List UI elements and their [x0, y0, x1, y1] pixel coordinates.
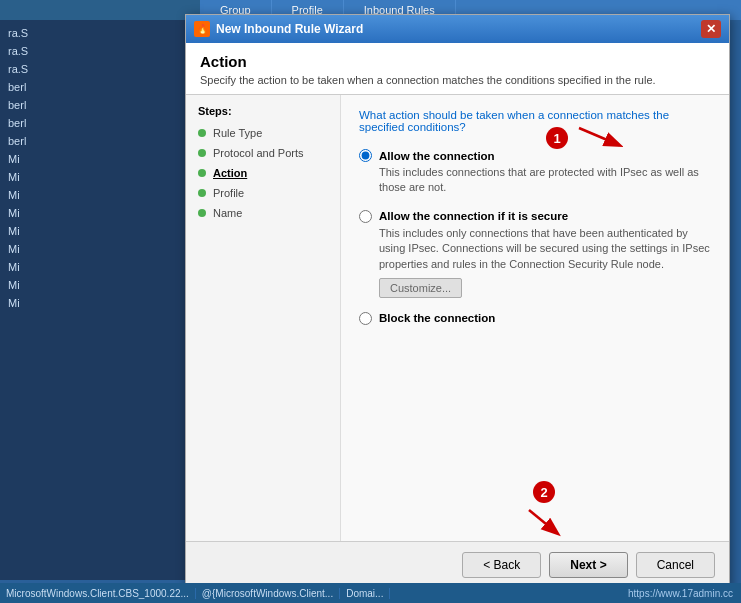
dialog-header: Action Specify the action to be taken wh…: [186, 43, 729, 95]
step-dot: [198, 209, 206, 217]
step-label-rule-type: Rule Type: [213, 127, 262, 139]
next-button[interactable]: Next >: [549, 552, 627, 578]
step-dot: [198, 149, 206, 157]
dialog-titlebar: 🔥 New Inbound Rule Wizard ✕: [186, 15, 729, 43]
step-protocol-ports[interactable]: Protocol and Ports: [186, 143, 340, 163]
step-rule-type[interactable]: Rule Type: [186, 123, 340, 143]
step-label-profile: Profile: [213, 187, 244, 199]
background-list: ra.S ra.S ra.S berl berl berl berl Mi Mi…: [0, 20, 200, 580]
label-block: Block the connection: [379, 312, 495, 324]
bg-item: Mi: [0, 186, 200, 204]
back-button[interactable]: < Back: [462, 552, 541, 578]
cancel-button[interactable]: Cancel: [636, 552, 715, 578]
bg-item: berl: [0, 132, 200, 150]
close-button[interactable]: ✕: [701, 20, 721, 38]
radio-allow-secure[interactable]: [359, 210, 372, 223]
step-label-name: Name: [213, 207, 242, 219]
customize-button[interactable]: Customize...: [379, 278, 462, 298]
dialog-footer: 2 < Back Next > Cancel: [186, 541, 729, 588]
annotation-2: 2: [524, 481, 564, 540]
dialog-icon: 🔥: [194, 21, 210, 37]
step-label-protocol: Protocol and Ports: [213, 147, 304, 159]
bg-item: Mi: [0, 240, 200, 258]
step-dot: [198, 189, 206, 197]
bg-item: Mi: [0, 150, 200, 168]
option-allow-secure: Allow the connection if it is secure Thi…: [359, 210, 711, 298]
step-label-action: Action: [213, 167, 247, 179]
bg-item: Mi: [0, 258, 200, 276]
arrow-icon-2: [524, 505, 564, 540]
option-block: Block the connection: [359, 312, 711, 325]
bg-item: ra.S: [0, 60, 200, 78]
dialog-window: 🔥 New Inbound Rule Wizard ✕ Action Speci…: [185, 14, 730, 589]
status-url: https://www.17admin.cc: [628, 588, 741, 599]
option-allow-connection: Allow the connection This includes conne…: [359, 149, 711, 196]
radio-block[interactable]: [359, 312, 372, 325]
badge-1: 1: [546, 127, 568, 149]
dialog-body: Action Specify the action to be taken wh…: [186, 43, 729, 588]
bg-item: berl: [0, 96, 200, 114]
radio-allow[interactable]: [359, 149, 372, 162]
bg-item: ra.S: [0, 24, 200, 42]
desc-allow-secure: This includes only connections that have…: [379, 226, 711, 272]
bg-item: berl: [0, 114, 200, 132]
status-item-2: @{MicrosoftWindows.Client...: [196, 588, 340, 599]
question-text: What action should be taken when a conne…: [359, 109, 711, 133]
desc-allow: This includes connections that are prote…: [379, 165, 711, 196]
step-action[interactable]: Action: [186, 163, 340, 183]
bg-item: berl: [0, 78, 200, 96]
section-title: Action: [200, 53, 715, 70]
annotation-1: 1: [546, 123, 624, 153]
section-subtitle: Specify the action to be taken when a co…: [200, 74, 715, 86]
bg-item: Mi: [0, 204, 200, 222]
bg-item: Mi: [0, 222, 200, 240]
status-item-3: Domai...: [340, 588, 390, 599]
main-options-panel: What action should be taken when a conne…: [341, 95, 729, 541]
steps-heading: Steps:: [186, 105, 340, 123]
dialog-content: Steps: Rule Type Protocol and Ports Acti…: [186, 95, 729, 541]
arrow-icon-1: [574, 123, 624, 153]
step-profile[interactable]: Profile: [186, 183, 340, 203]
step-dot: [198, 129, 206, 137]
step-name[interactable]: Name: [186, 203, 340, 223]
steps-panel: Steps: Rule Type Protocol and Ports Acti…: [186, 95, 341, 541]
bg-item: Mi: [0, 168, 200, 186]
label-allow-secure: Allow the connection if it is secure: [379, 210, 568, 222]
dialog-title: New Inbound Rule Wizard: [216, 22, 363, 36]
status-item-1: MicrosoftWindows.Client.CBS_1000.22...: [0, 588, 196, 599]
label-allow: Allow the connection: [379, 150, 495, 162]
bg-item: Mi: [0, 294, 200, 312]
bg-item: ra.S: [0, 42, 200, 60]
bg-item: Mi: [0, 276, 200, 294]
badge-2: 2: [533, 481, 555, 503]
step-dot: [198, 169, 206, 177]
statusbar: MicrosoftWindows.Client.CBS_1000.22... @…: [0, 583, 741, 603]
